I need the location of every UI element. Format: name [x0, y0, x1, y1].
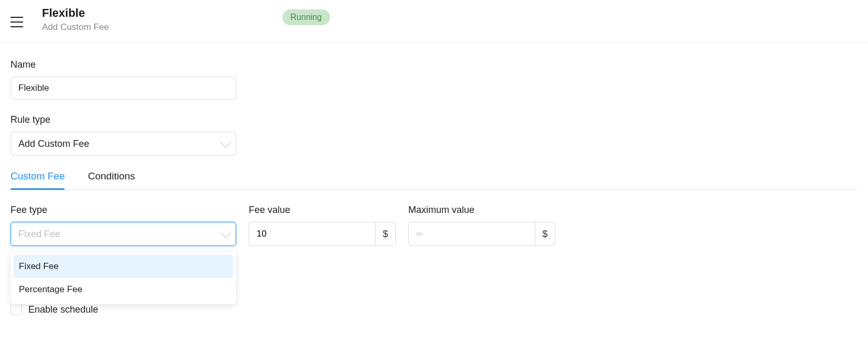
fee-value-currency: $	[375, 222, 396, 246]
enable-schedule-label: Enable schedule	[28, 304, 98, 315]
chevron-down-icon	[220, 137, 231, 148]
rule-type-field-group: Rule type Add Custom Fee	[10, 114, 858, 156]
chevron-down-icon	[220, 228, 231, 238]
maximum-value-input[interactable]	[408, 222, 535, 246]
fee-type-select[interactable]: Fixed Fee	[10, 222, 236, 246]
main-content: Name Rule type Add Custom Fee Custom Fee…	[0, 42, 868, 332]
fee-type-col: Fee type Fixed Fee Fixed Fee Percentage …	[10, 205, 236, 246]
status-badge: Running	[282, 9, 331, 25]
maximum-value-currency: $	[535, 222, 555, 246]
tabs: Custom Fee Conditions	[10, 170, 858, 190]
maximum-value-label: Maximum value	[408, 205, 555, 216]
rule-type-value: Add Custom Fee	[18, 138, 89, 150]
fee-type-placeholder: Fixed Fee	[18, 229, 60, 240]
hamburger-menu-icon[interactable]	[10, 17, 23, 27]
rule-type-label: Rule type	[10, 114, 858, 125]
fee-value-input-group: $	[249, 222, 396, 246]
maximum-value-input-group: $	[408, 222, 555, 246]
enable-schedule-row: Enable schedule	[10, 304, 858, 315]
fee-type-label: Fee type	[10, 205, 236, 216]
name-label: Name	[10, 59, 858, 70]
name-field-group: Name	[10, 59, 858, 100]
fee-row: Fee type Fixed Fee Fixed Fee Percentage …	[10, 205, 858, 246]
dropdown-option-percentage-fee[interactable]: Percentage Fee	[14, 278, 233, 301]
tab-conditions[interactable]: Conditions	[88, 170, 135, 189]
fee-value-col: Fee value $	[249, 205, 396, 246]
dropdown-option-fixed-fee[interactable]: Fixed Fee	[14, 255, 233, 278]
page-title: Flexible	[42, 6, 109, 20]
page-subtitle: Add Custom Fee	[42, 22, 109, 33]
fee-value-input[interactable]	[249, 222, 375, 246]
fee-value-label: Fee value	[249, 205, 396, 216]
enable-schedule-checkbox[interactable]	[10, 304, 22, 315]
rule-type-select[interactable]: Add Custom Fee	[10, 132, 236, 156]
maximum-value-col: Maximum value $	[408, 205, 555, 246]
tab-custom-fee[interactable]: Custom Fee	[10, 170, 65, 189]
page-header: Flexible Add Custom Fee Running	[0, 0, 868, 42]
title-block: Flexible Add Custom Fee	[42, 6, 109, 33]
fee-type-dropdown: Fixed Fee Percentage Fee	[10, 252, 236, 304]
name-input[interactable]	[10, 77, 236, 100]
